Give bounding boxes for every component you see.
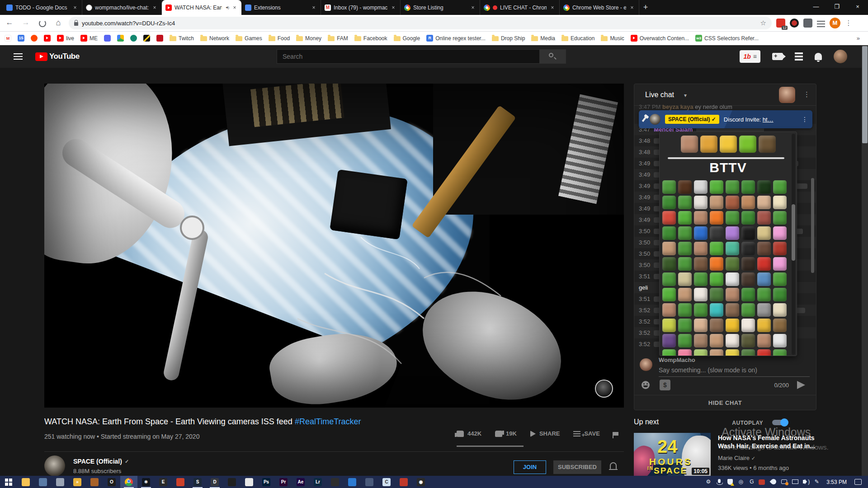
bookmark-star-icon[interactable]: ☆ [760,19,766,27]
emote[interactable] [662,319,676,332]
emoji-icon[interactable] [642,381,650,389]
youtube-apps-icon[interactable] [795,52,803,61]
bookmark-education[interactable]: Education [561,35,594,42]
emote[interactable] [726,288,739,301]
bookmark-css-selectors-refer-[interactable]: w3CSS Selectors Refer... [695,35,759,42]
tab-close-icon[interactable]: × [390,5,396,11]
emote[interactable] [773,257,787,271]
emote[interactable] [741,349,755,356]
premiere-pro[interactable]: Pr [275,476,292,488]
emote[interactable] [694,226,708,240]
paint-tool[interactable] [241,476,258,488]
bookmark-item[interactable] [117,35,124,42]
rust-game[interactable] [172,476,189,488]
emote[interactable] [757,334,771,347]
emote[interactable] [741,242,755,255]
emote[interactable] [726,303,739,317]
emote[interactable] [694,180,708,194]
emote[interactable] [662,288,676,301]
bookmark-item[interactable] [130,35,137,42]
emote[interactable] [710,196,723,209]
browser-tab[interactable]: TODO - Google Docs× [3,0,82,15]
tray-microphone[interactable] [715,478,723,486]
emote[interactable] [726,242,739,255]
chat-menu-icon[interactable]: ⋮ [803,90,810,99]
tray-display[interactable] [791,478,799,486]
dislike-button[interactable]: 19K [495,430,517,437]
browser-tab[interactable]: WATCH NASA: Earth Fro◄)× [162,0,241,15]
emote[interactable] [678,334,692,347]
emote[interactable] [710,319,723,332]
emote[interactable] [662,303,676,317]
tab-close-icon[interactable]: × [549,5,556,11]
emote[interactable] [710,349,723,356]
bookmark-google[interactable]: Google [394,35,420,42]
bookmark-network[interactable]: Network [200,35,229,42]
emote[interactable] [710,180,723,194]
search-button[interactable] [540,49,566,64]
emote[interactable] [694,334,708,347]
bookmark-item[interactable] [31,35,38,42]
emote[interactable] [773,334,787,347]
up-next-video[interactable]: 24 HOURS INSPACE 10:05 How NASA's Female… [634,433,816,476]
emote[interactable] [757,288,771,301]
url-text[interactable]: youtube.com/watch?v=DDU-rZs-Ic4 [82,20,757,27]
epic-games[interactable]: E [155,476,172,488]
emote[interactable] [694,303,708,317]
emote[interactable] [678,319,692,332]
emote-scrollbar-thumb[interactable] [792,204,795,261]
share-button[interactable]: SHARE [530,430,560,437]
channel-name[interactable]: SPACE (Official)✓ [73,458,129,465]
bookmark-me[interactable]: ME [80,35,98,42]
bookmarks-overflow-chevron[interactable]: » [857,35,863,42]
tray-volume[interactable] [802,478,810,486]
tray-security-shield[interactable] [726,478,734,486]
emote[interactable] [757,211,771,225]
extensions-puzzle-icon[interactable] [803,19,812,28]
emote[interactable] [757,303,771,317]
emote[interactable] [694,349,708,356]
emote[interactable] [662,242,676,255]
hashtag-link[interactable]: #RealTimeTracker [295,417,361,426]
browser-profile-avatar[interactable]: M [830,18,840,28]
obs-studio[interactable]: O [103,476,120,488]
tab-close-icon[interactable]: × [231,5,238,11]
home-button[interactable] [52,16,65,30]
pinned-menu-icon[interactable]: ⋮ [802,116,808,123]
emote[interactable] [678,288,692,301]
video-player[interactable] [44,84,624,408]
tubebuddy-button[interactable]: 1b ≡ [740,50,760,63]
recent-emote[interactable] [759,136,776,153]
tab-close-icon[interactable]: × [311,5,317,11]
emote[interactable] [710,272,723,286]
emote[interactable] [741,334,755,347]
channel-bell-icon[interactable] [610,462,617,469]
tray-logitech[interactable]: G [748,478,755,486]
chevron-down-icon[interactable]: ▾ [684,92,687,99]
emote[interactable] [662,196,676,209]
save-button[interactable]: SAVE [573,430,599,437]
emote[interactable] [694,196,708,209]
emote[interactable] [710,257,723,271]
subscribed-button[interactable]: SUBSCRIBED [553,460,601,474]
tray-settings[interactable]: ⚙ [704,478,712,486]
browser-tab[interactable]: Chrome Web Store - emot× [560,0,639,15]
emote[interactable] [773,303,787,317]
emote[interactable] [773,349,787,356]
tab-close-icon[interactable]: × [72,5,78,11]
tray-voicemeeter[interactable] [759,478,766,486]
emote[interactable] [710,242,723,255]
like-button[interactable]: 442K [457,430,481,437]
emote[interactable] [710,288,723,301]
msi-app[interactable]: » [69,476,86,488]
search-input[interactable] [277,49,540,64]
emote[interactable] [773,272,787,286]
emote[interactable] [710,211,723,225]
nvidia-app[interactable]: ◉ [412,476,429,488]
bookmark-item[interactable] [44,35,51,42]
taskbar-clock[interactable]: 3:53 PM [824,479,851,485]
notifications-bell-icon[interactable] [815,53,822,60]
bookmark-drop-ship[interactable]: Drop Ship [492,35,525,42]
pinned-message[interactable]: SPACE (Official) ✓ Discord Invite: ht… ⋮ [639,110,812,128]
emote[interactable] [726,272,739,286]
